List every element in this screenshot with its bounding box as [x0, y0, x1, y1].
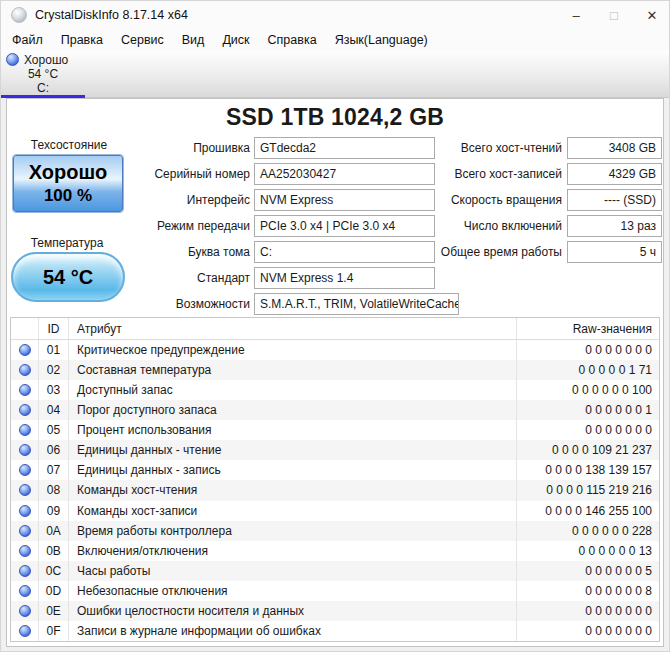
menu-bar: ФайлПравкаСервисВидДискСправкаЯзык(Langu… [1, 29, 670, 51]
status-orb-icon [19, 364, 31, 376]
maximize-button[interactable]: □ [595, 1, 633, 29]
header-id: ID [39, 318, 69, 339]
row-attribute: Записи в журнале информации об ошибках [69, 621, 517, 641]
row-raw-value: 0 0 0 0 0 0 8 [517, 581, 659, 601]
row-attribute: Единицы данных - чтение [69, 440, 517, 460]
row-attribute: Составная температура [69, 360, 517, 380]
row-id: 02 [39, 360, 69, 380]
row-attribute: Процент использования [69, 420, 517, 440]
row-attribute: Порог доступного запаса [69, 400, 517, 420]
info-field-value-6: S.M.A.R.T., TRIM, VolatileWriteCache [254, 293, 459, 315]
status-orb-icon [19, 464, 31, 476]
table-row[interactable]: 08Команды хост-чтения0 0 0 0 115 219 216 [11, 480, 659, 500]
menu-item-3[interactable]: Вид [173, 31, 214, 49]
close-button[interactable]: ✕ [633, 1, 670, 29]
row-id: 0E [39, 601, 69, 621]
table-row[interactable]: 0FЗаписи в журнале информации об ошибках… [11, 621, 659, 641]
stat-field-label-3: Число включений [7, 219, 567, 233]
info-field-label-5: Стандарт [7, 271, 254, 285]
row-id: 08 [39, 480, 69, 500]
title-bar: CrystalDiskInfo 8.17.14 x64 – □ ✕ [1, 1, 670, 29]
row-raw-value: 0 0 0 0 0 0 0 [517, 601, 659, 621]
status-orb-icon [19, 484, 31, 496]
row-status-cell [11, 380, 39, 400]
menu-item-0[interactable]: Файл [3, 31, 52, 49]
row-id: 0C [39, 561, 69, 581]
row-raw-value: 0 0 0 0 0 0 1 [517, 400, 659, 420]
row-raw-value: 0 0 0 0 0 1 71 [517, 360, 659, 380]
table-row[interactable]: 07Единицы данных - запись0 0 0 0 138 139… [11, 460, 659, 480]
row-attribute: Команды хост-записи [69, 501, 517, 521]
info-field-row-6: ВозможностиS.M.A.R.T., TRIM, VolatileWri… [7, 293, 459, 315]
stat-field-row-1: Всего хост-записей4329 GB [7, 163, 662, 185]
row-status-cell [11, 601, 39, 621]
row-id: 06 [39, 440, 69, 460]
row-status-cell [11, 621, 39, 641]
row-id: 0D [39, 581, 69, 601]
status-orb-icon [19, 344, 31, 356]
status-orb-icon [19, 625, 31, 637]
row-status-cell [11, 440, 39, 460]
row-id: 0A [39, 521, 69, 541]
stat-field-value-1: 4329 GB [567, 163, 662, 185]
status-orb-icon [19, 525, 31, 537]
row-raw-value: 0 0 0 0 109 21 237 [517, 440, 659, 460]
row-attribute: Ошибки целостности носителя и данных [69, 601, 517, 621]
row-status-cell [11, 521, 39, 541]
table-row[interactable]: 01Критическое предупреждение0 0 0 0 0 0 … [11, 340, 659, 360]
table-row[interactable]: 04Порог доступного запаса0 0 0 0 0 0 1 [11, 400, 659, 420]
app-window: CrystalDiskInfo 8.17.14 x64 – □ ✕ ФайлПр… [0, 0, 670, 652]
menu-item-2[interactable]: Сервис [112, 31, 173, 49]
menu-item-4[interactable]: Диск [213, 31, 258, 49]
row-raw-value: 0 0 0 0 138 139 157 [517, 460, 659, 480]
info-field-label-6: Возможности [7, 297, 254, 311]
table-row[interactable]: 03Доступный запас0 0 0 0 0 0 100 [11, 380, 659, 400]
stat-field-row-0: Всего хост-чтений3408 GB [7, 137, 662, 159]
table-row[interactable]: 09Команды хост-записи0 0 0 0 146 255 100 [11, 501, 659, 521]
drive-tab-c[interactable]: Хорошо 54 °C C: [1, 52, 85, 98]
row-raw-value: 0 0 0 0 146 255 100 [517, 501, 659, 521]
drive-tab-letter: C: [1, 81, 85, 95]
row-status-cell [11, 480, 39, 500]
row-attribute: Время работы контроллера [69, 521, 517, 541]
status-orb-icon [19, 384, 31, 396]
menu-item-5[interactable]: Справка [259, 31, 326, 49]
stat-field-label-0: Всего хост-чтений [7, 141, 567, 155]
table-row[interactable]: 02Составная температура0 0 0 0 0 1 71 [11, 360, 659, 380]
stat-field-value-0: 3408 GB [567, 137, 662, 159]
row-status-cell [11, 541, 39, 561]
table-row[interactable]: 0AВремя работы контроллера0 0 0 0 0 0 22… [11, 521, 659, 541]
status-orb-icon [19, 444, 31, 456]
smart-attributes-table: ID Атрибут Raw-значения 01Критическое пр… [10, 317, 660, 642]
stat-field-label-4: Общее время работы [7, 245, 567, 259]
drive-tab-status: Хорошо [24, 53, 68, 67]
status-orb-icon [19, 545, 31, 557]
menu-item-6[interactable]: Язык(Language) [326, 31, 437, 49]
disk-title: SSD 1TB 1024,2 GB [7, 104, 663, 131]
row-attribute: Включения/отключения [69, 541, 517, 561]
disk-info-panel: SSD 1TB 1024,2 GB Техсостояние Хорошо 10… [6, 98, 664, 647]
smart-table-header: ID Атрибут Raw-значения [11, 318, 659, 340]
table-row[interactable]: 05Процент использования0 0 0 0 0 0 0 [11, 420, 659, 440]
minimize-button[interactable]: – [557, 1, 595, 29]
table-row[interactable]: 0CЧасы работы0 0 0 0 0 0 5 [11, 561, 659, 581]
table-row[interactable]: 0EОшибки целостности носителя и данных0 … [11, 601, 659, 621]
table-row[interactable]: 0BВключения/отключения0 0 0 0 0 0 13 [11, 541, 659, 561]
info-field-row-5: СтандартNVM Express 1.4 [7, 267, 435, 289]
row-raw-value: 0 0 0 0 0 0 100 [517, 380, 659, 400]
row-attribute: Единицы данных - запись [69, 460, 517, 480]
table-row[interactable]: 0DНебезопасные отключения0 0 0 0 0 0 8 [11, 581, 659, 601]
row-raw-value: 0 0 0 0 115 219 216 [517, 480, 659, 500]
status-orb-icon [19, 424, 31, 436]
status-orb-icon [19, 585, 31, 597]
row-status-cell [11, 360, 39, 380]
row-status-cell [11, 561, 39, 581]
stat-field-value-4: 5 ч [567, 241, 662, 263]
row-id: 09 [39, 501, 69, 521]
menu-item-1[interactable]: Правка [52, 31, 112, 49]
drive-tab-temperature: 54 °C [1, 67, 85, 81]
stat-field-label-2: Скорость вращения [7, 193, 567, 207]
table-row[interactable]: 06Единицы данных - чтение0 0 0 0 109 21 … [11, 440, 659, 460]
row-status-cell [11, 400, 39, 420]
drive-tab-strip: Хорошо 54 °C C: [1, 51, 670, 98]
